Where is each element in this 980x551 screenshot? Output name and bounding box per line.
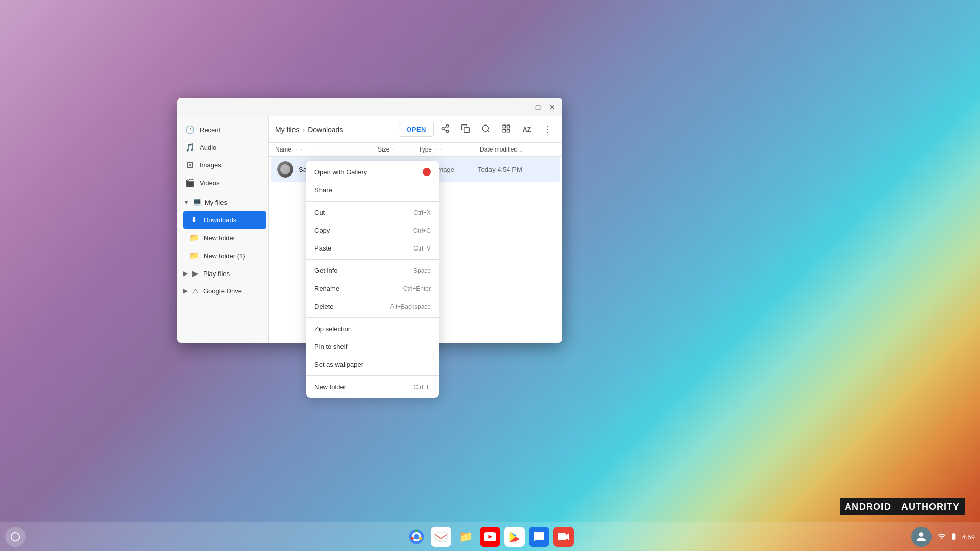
context-menu-divider-1 [306, 201, 439, 202]
svg-rect-8 [503, 125, 505, 128]
chevron-right-icon: ▶ [183, 287, 188, 294]
toolbar: My files › Downloads OPEN [269, 116, 562, 143]
my-files-section: ▼ 💻 My files ⬇ Downloads 📁 New folder [177, 193, 268, 264]
chevron-down-icon: ▼ [183, 198, 189, 206]
close-button[interactable]: ✕ [546, 101, 558, 113]
search-button[interactable] [477, 120, 495, 139]
context-menu-divider-4 [306, 375, 439, 376]
copy-button[interactable] [456, 120, 475, 139]
google-drive-label: Google Drive [203, 287, 242, 295]
toolbar-actions: OPEN [399, 120, 556, 139]
sidebar-item-label: New folder (1) [204, 252, 246, 260]
sidebar-item-recent[interactable]: 🕐 Recent [179, 121, 266, 138]
images-icon: 🖼 [185, 161, 194, 169]
context-menu-item-delete[interactable]: Delete Alt+Backspace [306, 297, 439, 315]
open-button[interactable]: OPEN [399, 122, 434, 137]
folder-icon: 📁 [189, 233, 199, 242]
context-menu-item-rename[interactable]: Rename Ctrl+Enter [306, 280, 439, 297]
sidebar-item-label: Videos [200, 179, 220, 187]
context-menu-item-new-folder[interactable]: New folder Ctrl+E [306, 378, 439, 396]
maximize-button[interactable]: □ [532, 101, 544, 113]
context-menu: Open with Gallery Share Cut Ctrl+X Copy … [306, 161, 439, 398]
svg-rect-20 [558, 533, 566, 540]
sidebar-item-play-files[interactable]: ▶ ▶ Play files [177, 265, 268, 282]
taskbar-play-store[interactable] [504, 527, 525, 547]
taskbar-center: 📁 [406, 527, 574, 547]
svg-point-12 [11, 533, 20, 541]
taskbar: 📁 [0, 522, 980, 551]
svg-rect-9 [507, 125, 510, 128]
clock-display[interactable]: 4:59 [962, 533, 975, 541]
svg-rect-10 [503, 129, 505, 132]
taskbar-meet[interactable] [553, 527, 574, 547]
folder-icon: 📁 [189, 251, 199, 260]
sidebar-item-audio[interactable]: 🎵 Audio [179, 139, 266, 156]
minimize-button[interactable]: — [518, 101, 530, 113]
svg-point-1 [442, 127, 444, 130]
sidebar-item-my-files[interactable]: ▼ 💻 My files [177, 193, 268, 211]
launcher-button[interactable] [5, 527, 26, 547]
sidebar-item-google-drive[interactable]: ▶ △ Google Drive [177, 282, 268, 299]
sidebar-item-new-folder[interactable]: 📁 New folder [183, 229, 266, 246]
taskbar-right: 4:59 [911, 527, 975, 547]
my-files-label: My files [205, 198, 227, 206]
play-files-label: Play files [203, 270, 230, 278]
wifi-icon [938, 532, 946, 542]
col-header-size[interactable]: Size ⋮ [378, 146, 419, 153]
context-menu-item-cut[interactable]: Cut Ctrl+X [306, 204, 439, 221]
taskbar-files[interactable]: 📁 [455, 527, 476, 547]
context-menu-divider-3 [306, 317, 439, 318]
taskbar-messages[interactable] [529, 527, 549, 547]
svg-line-17 [420, 538, 422, 539]
sidebar-item-label: Recent [200, 126, 220, 134]
sort-button[interactable]: AZ [518, 120, 536, 139]
file-date: Today 4:54 PM [478, 166, 554, 173]
context-menu-item-paste[interactable]: Paste Ctrl+V [306, 239, 439, 257]
ctx-open-gallery-label: Open with Gallery [314, 168, 367, 176]
context-menu-item-get-info[interactable]: Get info Space [306, 262, 439, 280]
svg-point-0 [446, 124, 449, 127]
system-tray: 4:59 [938, 532, 975, 542]
col-header-date[interactable]: Date modified ↓ [480, 146, 556, 153]
more-options-button[interactable]: ⋮ [538, 120, 556, 139]
sidebar-item-label: Images [200, 161, 222, 169]
context-menu-item-zip-selection[interactable]: Zip selection [306, 320, 439, 338]
context-menu-item-pin-to-shelf[interactable]: Pin to shelf [306, 338, 439, 356]
chevron-right-icon: ▶ [183, 270, 188, 277]
grid-icon [502, 124, 511, 135]
sidebar-item-label: Downloads [204, 216, 236, 224]
sidebar-item-videos[interactable]: 🎬 Videos [179, 174, 266, 191]
taskbar-gmail[interactable] [431, 527, 451, 547]
context-menu-divider-2 [306, 259, 439, 260]
svg-line-3 [444, 129, 446, 131]
taskbar-youtube[interactable] [480, 527, 500, 547]
svg-point-15 [414, 534, 420, 540]
sidebar-item-label: Audio [200, 144, 216, 152]
svg-line-4 [444, 126, 446, 128]
svg-point-2 [446, 130, 449, 133]
sidebar-item-images[interactable]: 🖼 Images [179, 157, 266, 173]
branding: ANDROID AUTHORITY [840, 498, 965, 515]
copy-icon [461, 124, 470, 135]
taskbar-chrome[interactable] [406, 527, 427, 547]
sidebar-item-downloads[interactable]: ⬇ Downloads [183, 211, 266, 229]
sidebar-item-label: New folder [204, 234, 235, 242]
col-sort-dots: ⋮⋮ [293, 147, 304, 153]
col-header-name[interactable]: Name ⋮⋮ [275, 146, 378, 153]
share-button[interactable] [436, 120, 454, 139]
context-menu-item-share[interactable]: Share [306, 181, 439, 199]
taskbar-left [5, 527, 26, 547]
grid-view-button[interactable] [497, 120, 516, 139]
videos-icon: 🎬 [185, 178, 194, 187]
taskbar-avatar[interactable] [911, 527, 932, 547]
share-icon [440, 124, 450, 135]
breadcrumb-parent[interactable]: My files [275, 126, 299, 134]
context-menu-item-copy[interactable]: Copy Ctrl+C [306, 221, 439, 239]
context-menu-item-set-as-wallpaper[interactable]: Set as wallpaper [306, 356, 439, 373]
authority-text: AUTHORITY [896, 498, 965, 515]
context-menu-item-open-with-gallery[interactable]: Open with Gallery [306, 163, 439, 181]
my-files-children: ⬇ Downloads 📁 New folder 📁 New folder (1… [177, 211, 268, 264]
col-header-type[interactable]: Type ⋮⋮ [419, 146, 480, 153]
download-icon: ⬇ [189, 215, 199, 224]
sidebar-item-new-folder-1[interactable]: 📁 New folder (1) [183, 247, 266, 264]
